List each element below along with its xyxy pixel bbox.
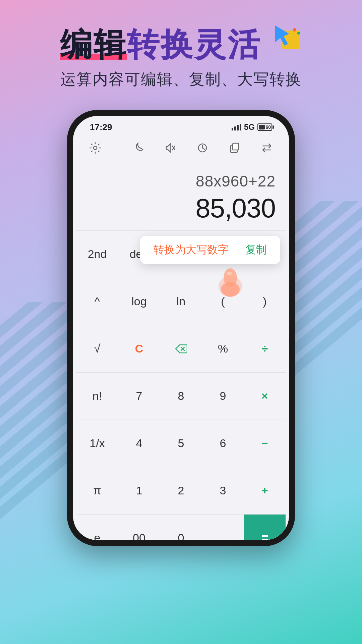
key-euler[interactable]: e [76,515,118,546]
key-divide[interactable]: ÷ [244,325,286,372]
hero-title-part1: 编辑 [60,26,127,62]
hero-title-part2: 转换灵活 [127,26,261,62]
key-clear[interactable]: C [118,325,160,372]
key-row-2: ^ log ln ( ) [76,278,286,325]
context-menu: 转换为大写数字 复制 [140,236,280,264]
key-ln[interactable]: ln [160,278,202,325]
key-0[interactable]: 0 [160,515,202,546]
battery-level: 60 [265,124,271,130]
key-close-paren[interactable]: ) [244,278,286,325]
key-backspace[interactable] [160,325,202,372]
key-row-4: n! 7 8 9 × [76,372,286,420]
key-decimal[interactable]: . [202,515,244,546]
hero-title: 编辑转换灵活 [60,27,261,62]
key-log[interactable]: log [118,278,160,325]
key-1[interactable]: 1 [118,467,160,514]
key-2[interactable]: 2 [160,467,202,514]
history-icon[interactable] [194,139,211,157]
status-time: 17:29 [90,122,112,132]
key-equals[interactable]: = [244,515,286,546]
hero-area: 编辑转换灵活 运算内容可编辑、复制、大写转换 [0,0,362,90]
key-open-paren[interactable]: ( [202,278,244,325]
key-3[interactable]: 3 [202,467,244,514]
keypad: 2nd deg sin cos tan ^ log ln ( ) √ C [73,230,289,546]
key-add[interactable]: + [244,467,286,514]
key-sqrt[interactable]: √ [76,325,118,372]
ctx-convert-button[interactable]: 转换为大写数字 [154,243,229,257]
hero-subtitle: 运算内容可编辑、复制、大写转换 [0,69,362,90]
display-wrapper: 转换为大写数字 复制 88x960+22 85,030 [73,162,289,230]
expression-display: 88x960+22 [86,172,276,190]
key-pi[interactable]: π [76,467,118,514]
status-right: 5G 60 [232,122,272,132]
svg-point-3 [297,32,300,35]
key-double-zero[interactable]: 00 [118,515,160,546]
phone-frame: 17:29 5G 60 [67,110,295,546]
phone-container: 17:29 5G 60 [0,110,362,546]
toolbar [73,135,289,162]
key-2nd[interactable]: 2nd [76,231,118,278]
svg-point-2 [293,28,296,32]
key-percent[interactable]: % [202,325,244,372]
key-9[interactable]: 9 [202,373,244,420]
toolbar-center [129,139,276,157]
key-subtract[interactable]: − [244,420,286,467]
battery-icon: 60 [257,123,272,131]
key-row-6: π 1 2 3 + [76,467,286,514]
key-8[interactable]: 8 [160,373,202,420]
cursor-icon [272,24,302,52]
status-network: 5G [244,122,255,132]
key-row-7: e 00 0 . = [76,514,286,546]
moon-icon[interactable] [129,139,147,157]
key-row-5: 1/x 4 5 6 − [76,420,286,467]
swap-icon[interactable] [258,139,276,157]
key-5[interactable]: 5 [160,420,202,467]
ctx-copy-button[interactable]: 复制 [245,243,267,257]
status-bar: 17:29 5G 60 [73,116,289,135]
svg-rect-9 [233,143,239,150]
key-4[interactable]: 4 [118,420,160,467]
key-6[interactable]: 6 [202,420,244,467]
copy-icon[interactable] [226,139,243,157]
sound-off-icon[interactable] [162,139,179,157]
key-multiply[interactable]: × [244,373,286,420]
result-display: 85,030 [86,193,276,224]
svg-point-4 [94,146,97,150]
display-area[interactable]: 88x960+22 85,030 [73,162,289,230]
key-row-3: √ C % ÷ [76,325,286,372]
signal-bars-icon [232,124,241,130]
key-reciprocal[interactable]: 1/x [76,420,118,467]
key-power[interactable]: ^ [76,278,118,325]
settings-icon[interactable] [86,139,104,157]
key-factorial[interactable]: n! [76,373,118,420]
key-7[interactable]: 7 [118,373,160,420]
